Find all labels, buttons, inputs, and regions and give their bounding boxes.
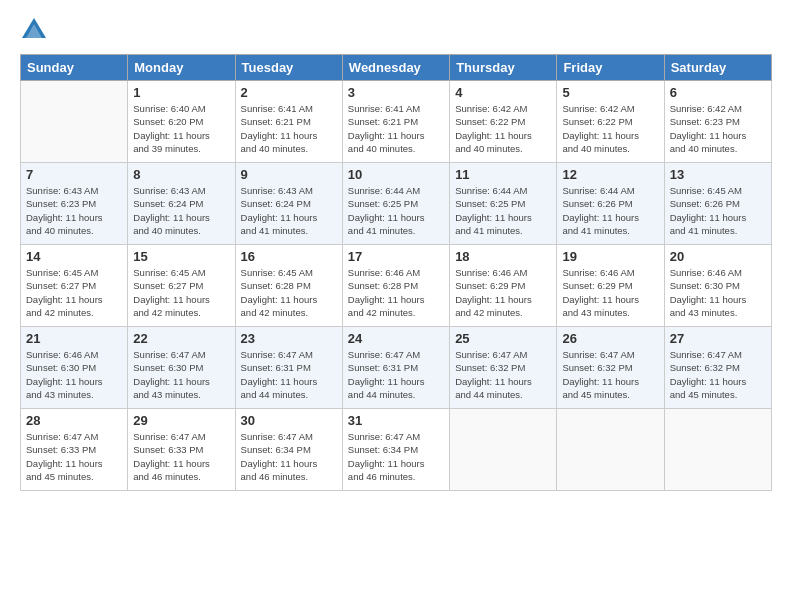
calendar-week-2: 7Sunrise: 6:43 AMSunset: 6:23 PMDaylight…: [21, 163, 772, 245]
day-number: 24: [348, 331, 444, 346]
day-number: 16: [241, 249, 337, 264]
day-info: Sunrise: 6:46 AMSunset: 6:29 PMDaylight:…: [562, 266, 658, 319]
calendar-cell: 25Sunrise: 6:47 AMSunset: 6:32 PMDayligh…: [450, 327, 557, 409]
calendar-header-friday: Friday: [557, 55, 664, 81]
calendar-cell: 9Sunrise: 6:43 AMSunset: 6:24 PMDaylight…: [235, 163, 342, 245]
day-number: 4: [455, 85, 551, 100]
calendar-cell: 12Sunrise: 6:44 AMSunset: 6:26 PMDayligh…: [557, 163, 664, 245]
day-number: 31: [348, 413, 444, 428]
calendar-cell: 10Sunrise: 6:44 AMSunset: 6:25 PMDayligh…: [342, 163, 449, 245]
day-number: 20: [670, 249, 766, 264]
day-info: Sunrise: 6:43 AMSunset: 6:24 PMDaylight:…: [241, 184, 337, 237]
calendar-header-row: SundayMondayTuesdayWednesdayThursdayFrid…: [21, 55, 772, 81]
day-number: 28: [26, 413, 122, 428]
day-number: 19: [562, 249, 658, 264]
day-info: Sunrise: 6:41 AMSunset: 6:21 PMDaylight:…: [241, 102, 337, 155]
calendar-cell: 28Sunrise: 6:47 AMSunset: 6:33 PMDayligh…: [21, 409, 128, 491]
day-number: 9: [241, 167, 337, 182]
calendar-week-4: 21Sunrise: 6:46 AMSunset: 6:30 PMDayligh…: [21, 327, 772, 409]
calendar-cell: [664, 409, 771, 491]
day-info: Sunrise: 6:46 AMSunset: 6:29 PMDaylight:…: [455, 266, 551, 319]
calendar-cell: 16Sunrise: 6:45 AMSunset: 6:28 PMDayligh…: [235, 245, 342, 327]
day-number: 21: [26, 331, 122, 346]
calendar-cell: 7Sunrise: 6:43 AMSunset: 6:23 PMDaylight…: [21, 163, 128, 245]
page: SundayMondayTuesdayWednesdayThursdayFrid…: [0, 0, 792, 612]
day-info: Sunrise: 6:44 AMSunset: 6:26 PMDaylight:…: [562, 184, 658, 237]
calendar-cell: 14Sunrise: 6:45 AMSunset: 6:27 PMDayligh…: [21, 245, 128, 327]
calendar-cell: 5Sunrise: 6:42 AMSunset: 6:22 PMDaylight…: [557, 81, 664, 163]
day-number: 13: [670, 167, 766, 182]
day-info: Sunrise: 6:47 AMSunset: 6:31 PMDaylight:…: [241, 348, 337, 401]
day-info: Sunrise: 6:42 AMSunset: 6:22 PMDaylight:…: [455, 102, 551, 155]
day-info: Sunrise: 6:46 AMSunset: 6:28 PMDaylight:…: [348, 266, 444, 319]
day-number: 18: [455, 249, 551, 264]
day-number: 25: [455, 331, 551, 346]
calendar-cell: 21Sunrise: 6:46 AMSunset: 6:30 PMDayligh…: [21, 327, 128, 409]
calendar-week-5: 28Sunrise: 6:47 AMSunset: 6:33 PMDayligh…: [21, 409, 772, 491]
day-info: Sunrise: 6:47 AMSunset: 6:32 PMDaylight:…: [562, 348, 658, 401]
day-info: Sunrise: 6:42 AMSunset: 6:22 PMDaylight:…: [562, 102, 658, 155]
day-info: Sunrise: 6:44 AMSunset: 6:25 PMDaylight:…: [455, 184, 551, 237]
day-number: 11: [455, 167, 551, 182]
day-info: Sunrise: 6:45 AMSunset: 6:27 PMDaylight:…: [133, 266, 229, 319]
day-number: 7: [26, 167, 122, 182]
calendar-cell: 29Sunrise: 6:47 AMSunset: 6:33 PMDayligh…: [128, 409, 235, 491]
day-info: Sunrise: 6:47 AMSunset: 6:33 PMDaylight:…: [26, 430, 122, 483]
logo-icon: [20, 16, 48, 44]
calendar-cell: 2Sunrise: 6:41 AMSunset: 6:21 PMDaylight…: [235, 81, 342, 163]
calendar-cell: 24Sunrise: 6:47 AMSunset: 6:31 PMDayligh…: [342, 327, 449, 409]
day-number: 12: [562, 167, 658, 182]
day-number: 10: [348, 167, 444, 182]
calendar-cell: [450, 409, 557, 491]
day-number: 17: [348, 249, 444, 264]
calendar-header-monday: Monday: [128, 55, 235, 81]
day-number: 2: [241, 85, 337, 100]
calendar-cell: 27Sunrise: 6:47 AMSunset: 6:32 PMDayligh…: [664, 327, 771, 409]
day-info: Sunrise: 6:43 AMSunset: 6:24 PMDaylight:…: [133, 184, 229, 237]
calendar-table: SundayMondayTuesdayWednesdayThursdayFrid…: [20, 54, 772, 491]
calendar-cell: 8Sunrise: 6:43 AMSunset: 6:24 PMDaylight…: [128, 163, 235, 245]
day-info: Sunrise: 6:43 AMSunset: 6:23 PMDaylight:…: [26, 184, 122, 237]
day-number: 3: [348, 85, 444, 100]
day-info: Sunrise: 6:47 AMSunset: 6:32 PMDaylight:…: [455, 348, 551, 401]
calendar-week-3: 14Sunrise: 6:45 AMSunset: 6:27 PMDayligh…: [21, 245, 772, 327]
day-info: Sunrise: 6:47 AMSunset: 6:32 PMDaylight:…: [670, 348, 766, 401]
day-number: 30: [241, 413, 337, 428]
calendar-cell: 18Sunrise: 6:46 AMSunset: 6:29 PMDayligh…: [450, 245, 557, 327]
day-number: 23: [241, 331, 337, 346]
day-info: Sunrise: 6:40 AMSunset: 6:20 PMDaylight:…: [133, 102, 229, 155]
calendar-header-thursday: Thursday: [450, 55, 557, 81]
day-number: 14: [26, 249, 122, 264]
calendar-cell: 1Sunrise: 6:40 AMSunset: 6:20 PMDaylight…: [128, 81, 235, 163]
day-info: Sunrise: 6:47 AMSunset: 6:30 PMDaylight:…: [133, 348, 229, 401]
day-number: 1: [133, 85, 229, 100]
day-info: Sunrise: 6:45 AMSunset: 6:27 PMDaylight:…: [26, 266, 122, 319]
day-info: Sunrise: 6:46 AMSunset: 6:30 PMDaylight:…: [670, 266, 766, 319]
day-info: Sunrise: 6:46 AMSunset: 6:30 PMDaylight:…: [26, 348, 122, 401]
calendar-cell: 15Sunrise: 6:45 AMSunset: 6:27 PMDayligh…: [128, 245, 235, 327]
calendar-cell: [557, 409, 664, 491]
calendar-cell: 30Sunrise: 6:47 AMSunset: 6:34 PMDayligh…: [235, 409, 342, 491]
day-info: Sunrise: 6:45 AMSunset: 6:26 PMDaylight:…: [670, 184, 766, 237]
calendar-week-1: 1Sunrise: 6:40 AMSunset: 6:20 PMDaylight…: [21, 81, 772, 163]
day-info: Sunrise: 6:47 AMSunset: 6:34 PMDaylight:…: [241, 430, 337, 483]
calendar-cell: 31Sunrise: 6:47 AMSunset: 6:34 PMDayligh…: [342, 409, 449, 491]
day-number: 29: [133, 413, 229, 428]
calendar-header-sunday: Sunday: [21, 55, 128, 81]
header: [20, 16, 772, 44]
calendar-cell: 6Sunrise: 6:42 AMSunset: 6:23 PMDaylight…: [664, 81, 771, 163]
calendar-cell: 19Sunrise: 6:46 AMSunset: 6:29 PMDayligh…: [557, 245, 664, 327]
day-number: 5: [562, 85, 658, 100]
day-number: 15: [133, 249, 229, 264]
calendar-header-saturday: Saturday: [664, 55, 771, 81]
day-number: 27: [670, 331, 766, 346]
calendar-header-wednesday: Wednesday: [342, 55, 449, 81]
calendar-cell: 3Sunrise: 6:41 AMSunset: 6:21 PMDaylight…: [342, 81, 449, 163]
day-info: Sunrise: 6:47 AMSunset: 6:34 PMDaylight:…: [348, 430, 444, 483]
day-number: 6: [670, 85, 766, 100]
calendar-cell: 17Sunrise: 6:46 AMSunset: 6:28 PMDayligh…: [342, 245, 449, 327]
calendar-cell: 23Sunrise: 6:47 AMSunset: 6:31 PMDayligh…: [235, 327, 342, 409]
calendar-cell: 4Sunrise: 6:42 AMSunset: 6:22 PMDaylight…: [450, 81, 557, 163]
calendar-header-tuesday: Tuesday: [235, 55, 342, 81]
calendar-cell: 20Sunrise: 6:46 AMSunset: 6:30 PMDayligh…: [664, 245, 771, 327]
